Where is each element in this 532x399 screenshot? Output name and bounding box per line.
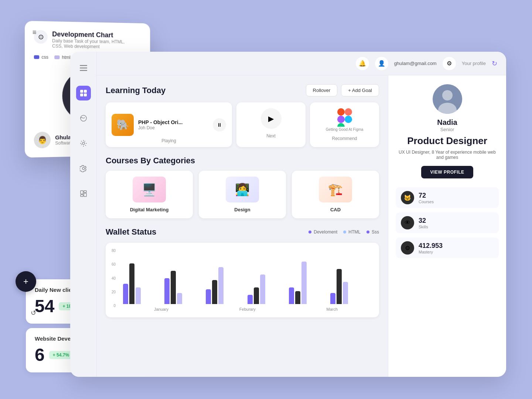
bar-group-feb2 <box>248 274 286 304</box>
fab-add-button[interactable]: + <box>16 271 36 292</box>
legend-sss-label: Sss <box>372 229 379 235</box>
chart-label-jan: January <box>154 307 168 311</box>
legend-html-label: HTML <box>348 229 361 235</box>
profile-role: Senior <box>440 127 454 132</box>
profile-name: Nadia <box>437 118 457 127</box>
web-dev-badge: + 54.7% <box>49 351 73 359</box>
category-digital-marketing[interactable]: 🖥️ Digital Marketing <box>106 171 193 218</box>
svg-rect-5 <box>80 68 87 69</box>
bar-feb2-lavender <box>260 274 265 304</box>
wallet-title: Wallet Status <box>106 227 156 237</box>
next-label: Next <box>266 133 276 139</box>
legend-dev: Develoment <box>308 229 337 235</box>
bar-chart-groups <box>119 249 373 304</box>
sidebar <box>70 52 97 377</box>
mastery-number: 412.953 <box>419 242 443 250</box>
profile-avatar <box>433 84 462 114</box>
main-content: Learning Today Rollover + Add Goal 🐘 PHP… <box>97 75 388 377</box>
chart-x-labels: January Feburary March <box>119 307 373 311</box>
sidebar-icon-settings[interactable] <box>76 136 91 151</box>
category-design[interactable]: 👩‍💻 Design <box>199 171 286 218</box>
bar-feb1-purple <box>206 289 211 304</box>
svg-rect-20 <box>337 116 345 123</box>
svg-rect-9 <box>80 93 83 96</box>
skills-label: Skills <box>419 225 428 229</box>
notification-icon[interactable]: 🔔 <box>356 57 369 70</box>
cad-icon: 🏗️ <box>319 177 352 202</box>
svg-rect-15 <box>84 193 86 197</box>
bar-mar2-lavender <box>343 282 348 304</box>
sidebar-icon-dashboard[interactable] <box>76 86 91 100</box>
svg-rect-18 <box>337 108 345 116</box>
bar-feb1-lavender <box>218 267 224 304</box>
course-thumbnail: 🐘 <box>112 114 134 136</box>
stat-mastery: ⚙ 412.953 Mastery <box>396 238 499 258</box>
svg-point-22 <box>345 116 352 123</box>
next-card[interactable]: ▶ Next <box>236 102 306 147</box>
add-goal-button[interactable]: + Add Goal <box>341 84 379 96</box>
courses-number: 72 <box>419 192 434 200</box>
settings-icon[interactable]: ⚙ <box>443 57 456 70</box>
pause-button[interactable]: ⏸ <box>213 118 226 132</box>
bar-jan2-purple <box>164 278 170 304</box>
bar-jan1-lavender <box>136 287 141 304</box>
svg-rect-4 <box>80 65 87 66</box>
sidebar-icon-files[interactable] <box>76 186 91 201</box>
wallet-section: Wallet Status Develoment HTML Sss <box>106 227 379 317</box>
sidebar-icon-analytics[interactable] <box>76 111 91 126</box>
legend-css-label: css <box>41 55 48 60</box>
svg-rect-14 <box>81 191 83 194</box>
categories-title: Courses By Categories <box>106 156 379 166</box>
bar-group-mar2 <box>330 269 369 304</box>
view-profile-button[interactable]: VIEW PROFILE <box>421 166 473 178</box>
stats-list: 🐱 72 Courses 👁 32 Skills ⚙ <box>396 187 499 258</box>
svg-point-12 <box>82 142 85 144</box>
category-dm-label: Digital Marketing <box>130 207 169 212</box>
category-cards-row: 🖥️ Digital Marketing 👩‍💻 Design 🏗️ CAD <box>106 171 379 218</box>
learning-section-header: Learning Today Rollover + Add Goal <box>106 84 379 96</box>
bar-mar1-purple <box>289 287 294 304</box>
chart-y-axis: 80 60 40 20 0 <box>112 249 116 308</box>
sidebar-icon-menu[interactable] <box>76 61 91 75</box>
svg-rect-17 <box>84 191 86 192</box>
profile-job-title: Product Designer <box>407 135 487 147</box>
bar-feb1-dark <box>212 280 217 304</box>
recommend-card[interactable]: Getting Good At Figma Recommend <box>310 102 379 147</box>
category-cad[interactable]: 🏗️ CAD <box>292 171 379 218</box>
bar-jan2-lavender <box>177 293 182 304</box>
header-profile-text: Your profile <box>462 61 486 66</box>
bar-mar2-purple <box>330 293 335 304</box>
playing-card[interactable]: 🐘 PHP - Object Ori... Joh Doe ⏸ Playing <box>106 102 232 147</box>
category-cad-label: CAD <box>330 207 341 212</box>
course-author: Joh Doe <box>138 125 208 130</box>
recommend-label: Recommend <box>332 136 357 141</box>
bar-mar1-lavender <box>301 262 307 304</box>
profile-description: UX UI Designer, 8 Year of experience mob… <box>396 150 499 160</box>
legend-sss: Sss <box>366 229 379 235</box>
bar-group-jan2 <box>164 271 203 304</box>
sidebar-icon-gear[interactable] <box>76 161 91 176</box>
chart-label-mar: March <box>327 307 338 311</box>
rollover-button[interactable]: Rollover <box>306 84 338 96</box>
digital-marketing-icon: 🖥️ <box>133 177 166 202</box>
header-refresh-icon[interactable]: ↻ <box>492 59 497 68</box>
refresh-button[interactable]: ↺ <box>27 306 40 320</box>
svg-rect-19 <box>345 108 352 116</box>
svg-point-13 <box>82 167 85 170</box>
wallet-legend: Develoment HTML Sss <box>308 229 379 235</box>
courses-label: Courses <box>419 200 434 204</box>
legend-dev-label: Develoment <box>314 229 337 235</box>
wallet-chart: 80 60 40 20 0 <box>106 243 379 317</box>
bar-feb2-dark <box>254 287 259 304</box>
user-icon[interactable]: 👤 <box>375 57 388 70</box>
categories-section: Courses By Categories 🖥️ Digital Marketi… <box>106 156 379 218</box>
svg-rect-6 <box>80 70 87 71</box>
bar-group-mar1 <box>289 262 327 304</box>
svg-rect-7 <box>80 90 83 93</box>
legend-html-label: html <box>62 55 71 60</box>
stat-skills: 👁 32 Skills <box>396 212 499 233</box>
bar-mar1-dark <box>295 291 300 304</box>
hamburger-icon[interactable]: ≡ <box>33 28 37 37</box>
svg-rect-8 <box>84 90 87 93</box>
bar-group-feb1 <box>206 267 244 304</box>
